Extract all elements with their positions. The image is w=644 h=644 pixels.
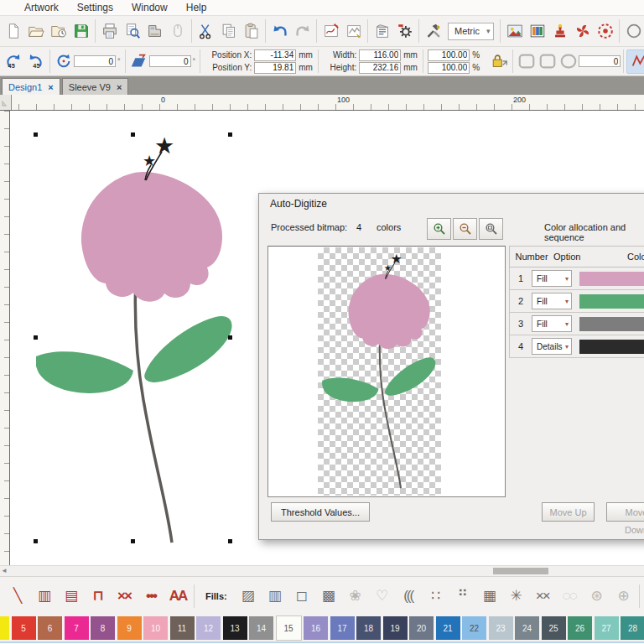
selection-handle-bottom-center[interactable] — [131, 539, 135, 543]
rotate-cw-45-icon[interactable]: 45 — [24, 50, 47, 73]
cut-icon[interactable] — [195, 20, 217, 43]
design-properties-icon[interactable] — [393, 20, 416, 43]
cross-fill-icon[interactable]: ∷ — [423, 584, 448, 609]
palette-swatch-28[interactable]: 28 — [621, 616, 644, 640]
print-icon[interactable] — [98, 20, 121, 43]
satin-fill-icon[interactable]: ▥ — [262, 584, 287, 609]
option-dropdown[interactable]: Fill▾ — [532, 270, 572, 287]
palette-swatch-21[interactable]: 21 — [436, 616, 460, 640]
palette-swatch-18[interactable]: 18 — [356, 616, 381, 640]
zoom-out-button[interactable] — [453, 218, 477, 240]
menu-artwork[interactable]: Artwork — [15, 0, 68, 15]
thread-colors-icon[interactable] — [526, 20, 548, 43]
option-dropdown[interactable]: Fill▾ — [532, 293, 572, 309]
open-recent-icon[interactable] — [47, 20, 70, 43]
rotate-ccw-45-icon[interactable]: 45 — [2, 50, 24, 73]
save-design-icon[interactable] — [70, 20, 92, 43]
tatami-fill-icon[interactable]: ▨ — [235, 584, 260, 609]
print-preview-icon[interactable] — [121, 20, 143, 43]
move-down-button[interactable]: Move Down — [606, 502, 644, 522]
thread-color-swatch[interactable] — [579, 340, 644, 354]
run-stitch-icon[interactable]: ╲ — [4, 584, 29, 609]
ring-fill-icon[interactable]: ◌◌ — [557, 584, 582, 609]
hoop-input[interactable] — [579, 55, 621, 67]
menu-settings[interactable]: Settings — [68, 0, 122, 15]
skew-tool-icon[interactable] — [128, 51, 149, 72]
scroll-left-arrow[interactable]: ◄ — [1, 566, 8, 576]
plain-fill-icon[interactable]: ◻ — [288, 584, 314, 609]
palette-swatch-11[interactable]: 11 — [170, 616, 195, 640]
option-dropdown[interactable]: Fill▾ — [532, 315, 572, 332]
copy-icon[interactable] — [217, 20, 240, 43]
palette-swatch-23[interactable]: 23 — [489, 616, 513, 640]
column-stitch-icon[interactable]: ▤ — [58, 584, 83, 609]
stamp-icon[interactable] — [548, 20, 571, 43]
height-input[interactable] — [359, 62, 401, 74]
selection-handle-top-right[interactable] — [228, 132, 232, 137]
selection-handle-bottom-right[interactable] — [228, 539, 232, 543]
palette-swatch-27[interactable]: 27 — [595, 616, 619, 640]
tools-icon[interactable] — [422, 20, 444, 43]
scale-y-input[interactable] — [428, 62, 470, 74]
satin-stitch-icon[interactable]: ▥ — [31, 584, 56, 609]
object-properties-icon[interactable] — [371, 20, 393, 43]
palette-swatch-12[interactable]: 12 — [196, 616, 221, 640]
lace-fill-icon[interactable]: ❀ — [342, 584, 367, 609]
selection-handle-top-left[interactable] — [34, 132, 38, 137]
thread-color-swatch[interactable] — [579, 317, 644, 331]
palette-swatch-8[interactable]: 8 — [91, 616, 115, 640]
lettering-icon[interactable]: AA — [165, 584, 190, 609]
threshold-values-button[interactable]: Threshold Values... — [271, 502, 370, 522]
hoop-0-icon[interactable] — [558, 51, 579, 72]
new-design-icon[interactable] — [2, 20, 24, 43]
hoop-15b-icon[interactable] — [537, 51, 558, 72]
scale-x-input[interactable] — [428, 49, 470, 61]
redo-icon[interactable] — [291, 20, 314, 43]
menu-window[interactable]: Window — [122, 0, 177, 15]
zoom-in-button[interactable] — [427, 218, 451, 240]
unit-selector[interactable]: Metric▾ — [448, 23, 494, 40]
hoop-15-icon[interactable] — [516, 51, 537, 72]
selection-handle-mid-left[interactable] — [34, 335, 38, 340]
insert-artwork-icon[interactable] — [319, 20, 342, 43]
border-stitch-icon[interactable]: ⊓ — [85, 584, 110, 609]
tab-close-icon[interactable]: × — [48, 82, 53, 92]
width-input[interactable] — [359, 49, 401, 61]
star-fill-icon[interactable]: ✳ — [503, 584, 528, 609]
selection-handle-mid-right[interactable] — [228, 335, 232, 340]
palette-swatch-25[interactable]: 25 — [542, 616, 566, 640]
rosette-fill-icon[interactable]: ⊛ — [584, 584, 609, 609]
lock-proportions-icon[interactable] — [489, 51, 510, 72]
thread-color-swatch[interactable] — [579, 272, 644, 286]
rotate-input[interactable] — [74, 55, 116, 67]
palette-swatch-10[interactable]: 10 — [143, 616, 168, 640]
palette-swatch-4[interactable] — [0, 616, 9, 640]
palette-swatch-5[interactable]: 5 — [12, 616, 36, 640]
tab-design1[interactable]: Design1× — [2, 78, 60, 95]
thread-color-swatch[interactable] — [579, 294, 644, 309]
contour-fill-icon[interactable]: ((( — [396, 584, 421, 609]
design-canvas[interactable]: Auto-Digitize Processed bitmap: 4 colors… — [0, 111, 644, 565]
zoom-fit-button[interactable] — [479, 218, 503, 240]
palette-swatch-26[interactable]: 26 — [568, 616, 592, 640]
cross-stitch-icon[interactable]: ×× — [112, 584, 137, 609]
rotate-tool-icon[interactable] — [53, 51, 74, 72]
palette-swatch-6[interactable]: 6 — [38, 616, 62, 640]
move-up-button[interactable]: Move Up — [542, 502, 595, 522]
tab-close-icon[interactable]: × — [117, 82, 122, 92]
partial-circle-icon[interactable] — [622, 20, 644, 43]
palette-swatch-20[interactable]: 20 — [409, 616, 434, 640]
flower-fill-icon[interactable]: ⊕ — [610, 584, 636, 609]
heart-fill-icon[interactable]: ♡ — [369, 584, 394, 609]
palette-swatch-17[interactable]: 17 — [330, 616, 355, 640]
show-bitmap-icon[interactable] — [503, 20, 526, 43]
open-design-icon[interactable] — [24, 20, 47, 43]
palette-swatch-13[interactable]: 13 — [223, 616, 247, 640]
grid-fill-icon[interactable]: ▦ — [476, 584, 501, 609]
pinwheel-icon[interactable] — [571, 20, 594, 43]
selection-handle-bottom-left[interactable] — [34, 539, 38, 543]
palette-swatch-22[interactable]: 22 — [462, 616, 486, 640]
horizontal-scrollbar[interactable]: ◄ — [0, 565, 644, 576]
zigzag-stitch-icon[interactable] — [626, 49, 644, 74]
palette-swatch-9[interactable]: 9 — [117, 616, 142, 640]
